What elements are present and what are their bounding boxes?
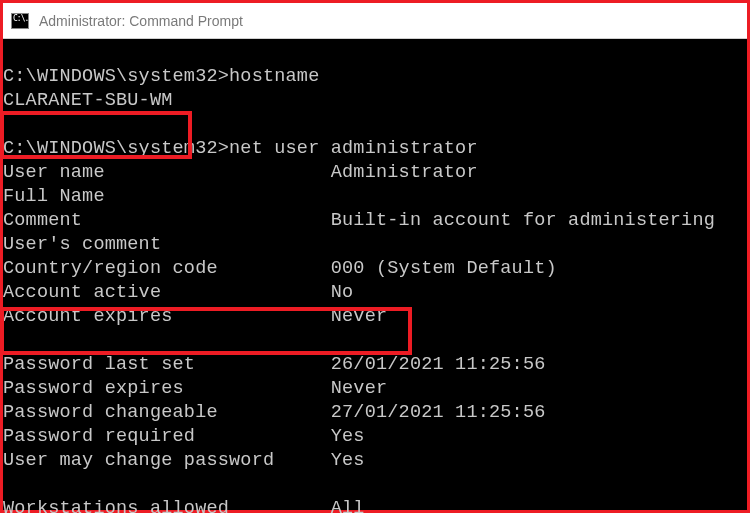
window-frame: C:\. Administrator: Command Prompt C:\WI…	[0, 0, 750, 513]
row-account-active: Account active No	[3, 282, 353, 303]
row-fullname: Full Name	[3, 186, 331, 207]
row-users-comment: User's comment	[3, 234, 331, 255]
row-comment: Comment Built-in account for administeri…	[3, 210, 715, 231]
row-user-may-change: User may change password Yes	[3, 450, 365, 471]
row-pwd-last-set: Password last set 26/01/2021 11:25:56	[3, 354, 546, 375]
prompt-line-1: C:\WINDOWS\system32>hostname	[3, 66, 319, 87]
row-country: Country/region code 000 (System Default)	[3, 258, 557, 279]
cmd-prompt-icon: C:\.	[11, 13, 29, 29]
row-account-expires: Account expires Never	[3, 306, 387, 327]
row-pwd-expires: Password expires Never	[3, 378, 387, 399]
cmd-prompt-icon-text: C:\.	[13, 15, 28, 23]
prompt-line-2: C:\WINDOWS\system32>net user administrat…	[3, 138, 478, 159]
row-username: User name Administrator	[3, 162, 478, 183]
hostname-output: CLARANET-SBU-WM	[3, 90, 173, 111]
window-title: Administrator: Command Prompt	[39, 13, 243, 29]
titlebar[interactable]: C:\. Administrator: Command Prompt	[3, 3, 747, 39]
row-pwd-changeable: Password changeable 27/01/2021 11:25:56	[3, 402, 546, 423]
terminal-output[interactable]: C:\WINDOWS\system32>hostname CLARANET-SB…	[3, 39, 747, 510]
row-workstations: Workstations allowed All	[3, 498, 365, 513]
row-pwd-required: Password required Yes	[3, 426, 365, 447]
